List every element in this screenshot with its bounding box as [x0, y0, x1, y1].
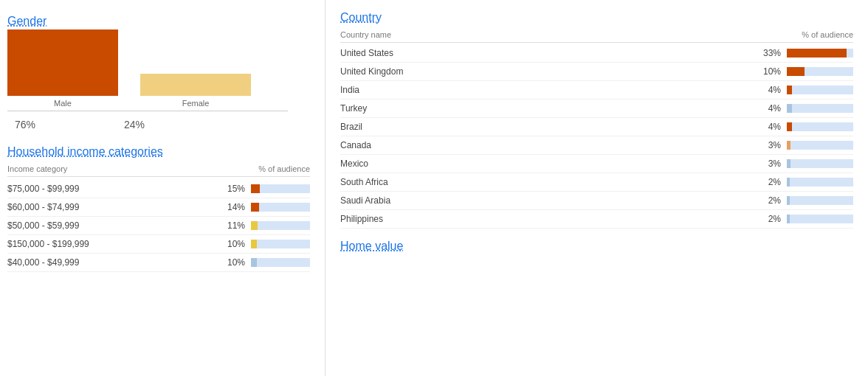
gender-axis [7, 111, 288, 111]
country-row-7: South Africa 2% [340, 173, 853, 192]
income-row-0-label: $75,000 - $99,999 [7, 184, 208, 194]
income-row-2-label: $50,000 - $59,999 [7, 220, 208, 231]
income-row-2-fill [251, 221, 258, 230]
country-row-4-track [787, 122, 853, 131]
country-row-3-name: Turkey [340, 103, 744, 114]
income-table-header: Income category % of audience [7, 164, 310, 177]
income-row-2-percent: 11% [208, 220, 245, 231]
female-value: 24% [124, 119, 145, 130]
income-row-3-fill [251, 240, 257, 248]
country-row-8-percent: 2% [744, 195, 781, 206]
country-row-1-name: United Kingdom [340, 66, 744, 77]
home-value-title: Home value [340, 240, 853, 253]
country-title: Country [340, 11, 853, 24]
income-row-0: $75,000 - $99,999 15% [7, 180, 310, 198]
country-row-4-percent: 4% [744, 122, 781, 132]
gender-values: 76% 24% [7, 119, 310, 130]
country-row-0-fill [787, 49, 847, 58]
country-row-7-fill [787, 178, 790, 187]
income-row-4: $40,000 - $49,999 10% [7, 254, 310, 272]
country-row-7-percent: 2% [744, 177, 781, 187]
country-row-1: United Kingdom 10% [340, 63, 853, 81]
income-row-0-track [251, 184, 310, 193]
country-row-9-percent: 2% [744, 214, 781, 224]
country-row-9: Philippines 2% [340, 210, 853, 229]
country-row-2-percent: 4% [744, 85, 781, 95]
female-bar-group: Female [140, 74, 251, 108]
income-row-1-fill [251, 203, 259, 212]
country-row-1-track [787, 67, 853, 76]
country-header-value: % of audience [802, 30, 853, 39]
income-row-2: $50,000 - $59,999 11% [7, 217, 310, 235]
country-row-3-track [787, 104, 853, 113]
country-row-9-track [787, 215, 853, 223]
income-row-2-track [251, 221, 310, 230]
country-section: Country Country name % of audience Unite… [340, 11, 853, 229]
income-row-3-percent: 10% [208, 239, 245, 249]
country-row-8-track [787, 196, 853, 205]
country-row-2-name: India [340, 85, 744, 95]
country-row-9-fill [787, 215, 790, 223]
male-label: Male [54, 99, 72, 108]
country-row-5-track [787, 141, 853, 150]
country-row-7-track [787, 178, 853, 187]
income-row-1-percent: 14% [208, 202, 245, 212]
income-row-0-fill [251, 184, 260, 193]
income-row-1: $60,000 - $74,999 14% [7, 198, 310, 217]
income-row-4-fill [251, 258, 257, 267]
country-row-6-fill [787, 159, 790, 168]
income-header-label: Income category [7, 164, 67, 173]
country-row-5-percent: 3% [744, 140, 781, 150]
country-row-8-name: Saudi Arabia [340, 195, 744, 206]
income-row-4-label: $40,000 - $49,999 [7, 257, 208, 268]
right-panel: Country Country name % of audience Unite… [325, 0, 868, 376]
income-row-3-label: $150,000 - $199,999 [7, 239, 208, 249]
country-row-4: Brazil 4% [340, 118, 853, 136]
country-row-2-fill [787, 86, 792, 94]
country-row-3-percent: 4% [744, 103, 781, 114]
female-label: Female [182, 99, 210, 108]
income-title: Household income categories [7, 145, 310, 159]
country-header-label: Country name [340, 30, 391, 39]
female-bar [140, 74, 251, 96]
gender-section: Gender Male Female 76% 24% [7, 15, 310, 130]
country-row-6: Mexico 3% [340, 155, 853, 173]
country-row-3: Turkey 4% [340, 100, 853, 118]
income-row-3: $150,000 - $199,999 10% [7, 235, 310, 254]
country-row-0-percent: 33% [744, 48, 781, 58]
income-row-3-track [251, 240, 310, 248]
country-row-6-name: Mexico [340, 159, 744, 169]
gender-title: Gender [7, 15, 310, 28]
country-row-0-track [787, 49, 853, 58]
country-table-header: Country name % of audience [340, 30, 853, 43]
income-row-1-track [251, 203, 310, 212]
country-row-8: Saudi Arabia 2% [340, 192, 853, 210]
country-row-2-track [787, 86, 853, 94]
country-row-8-fill [787, 196, 790, 205]
male-bar-group: Male [7, 29, 118, 108]
country-row-7-name: South Africa [340, 177, 744, 187]
country-row-5-name: Canada [340, 140, 744, 150]
income-row-1-label: $60,000 - $74,999 [7, 202, 208, 212]
country-row-6-percent: 3% [744, 159, 781, 169]
male-value: 76% [15, 119, 35, 130]
income-row-0-percent: 15% [208, 184, 245, 194]
income-row-4-percent: 10% [208, 257, 245, 268]
country-row-4-fill [787, 122, 792, 131]
gender-bar-chart: Male Female [7, 34, 310, 108]
country-row-1-fill [787, 67, 805, 76]
income-section: Household income categories Income categ… [7, 145, 310, 272]
country-row-4-name: Brazil [340, 122, 744, 132]
country-row-2: India 4% [340, 81, 853, 100]
country-row-1-percent: 10% [744, 66, 781, 77]
income-header-value: % of audience [258, 164, 310, 173]
country-row-9-name: Philippines [340, 214, 744, 224]
country-row-0: United States 33% [340, 44, 853, 63]
country-row-6-track [787, 159, 853, 168]
country-row-0-name: United States [340, 48, 744, 58]
income-row-4-track [251, 258, 310, 267]
left-panel: Gender Male Female 76% 24% Household inc… [0, 0, 325, 376]
male-bar [7, 29, 118, 96]
country-row-3-fill [787, 104, 792, 113]
country-row-5: Canada 3% [340, 136, 853, 155]
